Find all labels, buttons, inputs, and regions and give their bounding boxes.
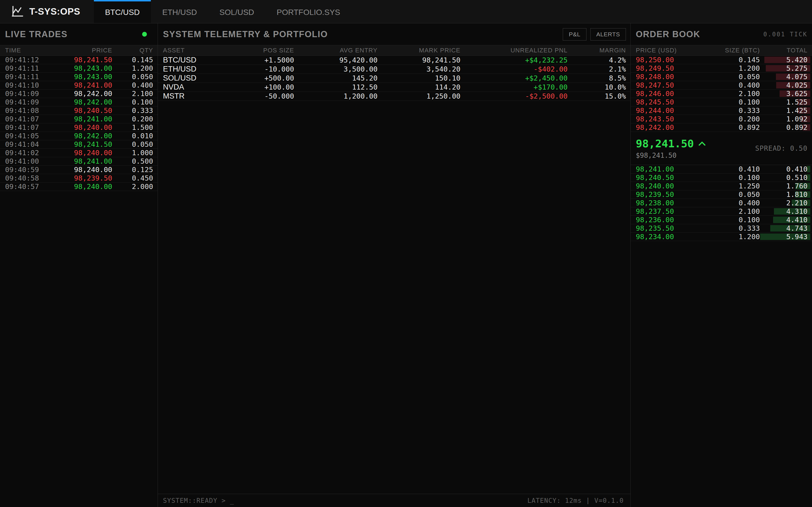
bid-size: 0.410 — [695, 165, 760, 173]
position-avg-entry: 3,500.00 — [294, 65, 377, 73]
ask-row[interactable]: 98,243.500.2001.092 — [631, 115, 812, 123]
ask-row[interactable]: 98,249.501.2005.275 — [631, 64, 812, 73]
trade-qty: 0.050 — [112, 73, 153, 81]
trade-qty: 0.450 — [112, 174, 153, 182]
tab-eth-usd[interactable]: ETH/USD — [151, 0, 208, 23]
bid-row[interactable]: 98,240.500.1000.510 — [631, 173, 812, 182]
bid-size: 0.333 — [695, 224, 760, 232]
ask-total: 1.425 — [760, 107, 808, 115]
ask-total: 4.075 — [760, 73, 808, 81]
ask-row[interactable]: 98,248.000.0504.075 — [631, 73, 812, 81]
ask-price: 98,248.00 — [636, 73, 695, 81]
position-mark-price: 1,250.00 — [377, 92, 460, 100]
bid-price: 98,239.50 — [636, 190, 695, 199]
trade-price: 98,240.00 — [61, 166, 112, 174]
trade-time: 09:41:05 — [5, 132, 61, 140]
portfolio-title: SYSTEM TELEMETRY & PORTFOLIO — [163, 29, 328, 40]
bid-row[interactable]: 98,237.502.1004.310 — [631, 207, 812, 216]
bid-total: 2.210 — [760, 199, 808, 207]
ask-row[interactable]: 98,242.000.8920.892 — [631, 123, 812, 132]
bid-size: 2.100 — [695, 207, 760, 216]
trade-row: 09:41:0798,240.001.500 — [0, 123, 158, 132]
ask-row[interactable]: 98,247.500.4004.025 — [631, 81, 812, 90]
trade-qty: 1.500 — [112, 123, 153, 131]
position-row-sol-usd[interactable]: SOL/USD+500.00145.20150.10+$2,450.008.5% — [158, 74, 630, 83]
position-row-mstr[interactable]: MSTR-50.0001,200.001,250.00-$2,500.0015.… — [158, 92, 630, 101]
position-row-btc-usd[interactable]: BTC/USD+1.500095,420.0098,241.50+$4,232.… — [158, 56, 630, 65]
bid-size: 0.400 — [695, 199, 760, 207]
bid-row[interactable]: 98,236.000.1004.410 — [631, 216, 812, 224]
order-book-column-headers: PRICE (USD)SIZE (BTC)TOTAL — [631, 45, 812, 56]
position-asset: ETH/USD — [163, 65, 231, 73]
trade-time: 09:41:11 — [5, 64, 61, 72]
trade-row: 09:41:1098,241.000.400 — [0, 81, 158, 90]
tab-sol-usd[interactable]: SOL/USD — [208, 0, 265, 23]
bid-size: 0.100 — [695, 173, 760, 182]
alerts-button[interactable]: ALERTS — [591, 28, 626, 41]
ask-total: 0.892 — [760, 123, 808, 131]
trade-price: 98,240.50 — [61, 107, 112, 115]
position-avg-entry: 145.20 — [294, 74, 377, 82]
tab-portfolio-sys[interactable]: PORTFOLIO.SYS — [265, 0, 351, 23]
ask-row[interactable]: 98,245.500.1001.525 — [631, 98, 812, 107]
position-mark-price: 150.10 — [377, 74, 460, 82]
bid-row[interactable]: 98,235.500.3334.743 — [631, 224, 812, 233]
trade-row: 09:40:5998,240.000.125 — [0, 166, 158, 174]
column-header-time: TIME — [5, 47, 61, 54]
position-size: +1.5000 — [231, 56, 294, 64]
bid-size: 0.050 — [695, 190, 760, 199]
position-unrealized-pnl: -$402.00 — [460, 65, 567, 73]
ask-size: 0.333 — [695, 107, 760, 115]
column-header-price: PRICE — [61, 47, 112, 54]
bid-total: 5.943 — [760, 233, 808, 241]
bid-row[interactable]: 98,238.000.4002.210 — [631, 199, 812, 207]
bid-row[interactable]: 98,241.000.4100.410 — [631, 165, 812, 173]
trade-time: 09:41:12 — [5, 56, 61, 64]
bid-total: 0.510 — [760, 173, 808, 182]
ask-row[interactable]: 98,246.002.1003.625 — [631, 90, 812, 98]
ask-total: 5.420 — [760, 56, 808, 64]
trade-qty: 2.000 — [112, 182, 153, 191]
bid-row[interactable]: 98,239.500.0501.810 — [631, 190, 812, 199]
bid-price: 98,238.00 — [636, 199, 695, 207]
position-size: -50.000 — [231, 92, 294, 100]
portfolio-rows: BTC/USD+1.500095,420.0098,241.50+$4,232.… — [158, 56, 630, 101]
trading-terminal: T-SYS:OPS BTC/USDETH/USDSOL/USDPORTFOLIO… — [0, 0, 812, 507]
ask-row[interactable]: 98,244.000.3331.425 — [631, 107, 812, 115]
portfolio-header: SYSTEM TELEMETRY & PORTFOLIO P&LALERTS — [158, 23, 630, 45]
ask-row[interactable]: 98,250.000.1455.420 — [631, 56, 812, 64]
tab-btc-usd[interactable]: BTC/USD — [94, 0, 151, 23]
position-row-eth-usd[interactable]: ETH/USD-10.0003,500.003,540.20-$402.002.… — [158, 65, 630, 74]
position-row-nvda[interactable]: NVDA+100.00112.50114.20+$170.0010.0% — [158, 83, 630, 92]
column-header-margin: MARGIN — [567, 47, 626, 54]
trade-row: 09:41:0798,241.000.200 — [0, 115, 158, 123]
trade-price: 98,241.50 — [61, 56, 112, 64]
app-title: T-SYS:OPS — [29, 6, 80, 17]
position-avg-entry: 95,420.00 — [294, 56, 377, 64]
ask-price: 98,245.50 — [636, 98, 695, 106]
tick-size-label: 0.001 TICK — [763, 31, 808, 38]
position-avg-entry: 112.50 — [294, 83, 377, 91]
column-header-price-usd: PRICE (USD) — [636, 47, 695, 54]
trade-qty: 0.050 — [112, 140, 153, 149]
bid-price: 98,240.50 — [636, 173, 695, 182]
position-unrealized-pnl: +$170.00 — [460, 83, 567, 91]
p-l-button[interactable]: P&L — [563, 28, 586, 41]
position-margin: 10.0% — [567, 83, 626, 91]
trade-qty: 0.100 — [112, 98, 153, 106]
column-header-mark-price: MARK PRICE — [377, 47, 460, 54]
portfolio-panel: SYSTEM TELEMETRY & PORTFOLIO P&LALERTS A… — [158, 23, 631, 507]
trade-price: 98,242.00 — [61, 90, 112, 98]
trade-row: 09:41:1198,243.001.200 — [0, 64, 158, 73]
trade-row: 09:40:5898,239.500.450 — [0, 174, 158, 182]
column-header-asset: ASSET — [163, 47, 231, 54]
trade-qty: 0.125 — [112, 166, 153, 174]
bid-row[interactable]: 98,240.001.2501.760 — [631, 182, 812, 190]
position-unrealized-pnl: -$2,500.00 — [460, 92, 567, 100]
order-book-title: ORDER BOOK — [636, 29, 700, 40]
bid-row[interactable]: 98,234.001.2005.943 — [631, 233, 812, 241]
ask-price: 98,250.00 — [636, 56, 695, 64]
ask-size: 0.145 — [695, 56, 760, 64]
trade-qty: 0.010 — [112, 132, 153, 140]
column-header-avg-entry: AVG ENTRY — [294, 47, 377, 54]
